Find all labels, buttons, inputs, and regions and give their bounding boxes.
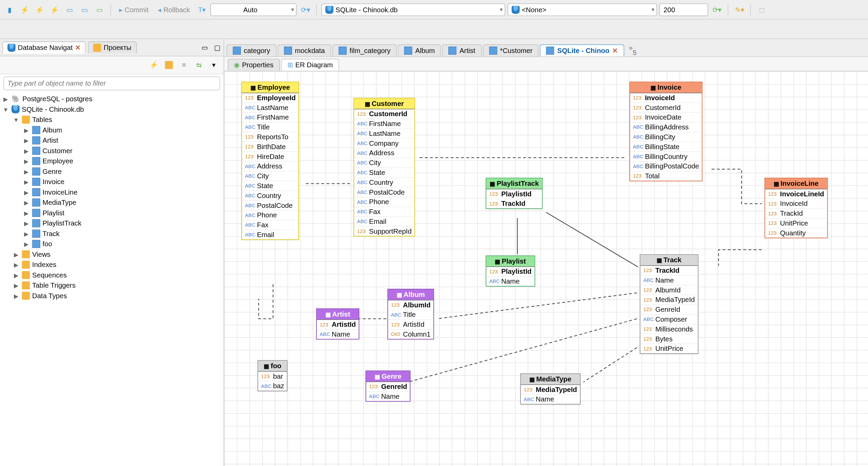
entity-column[interactable]: ABCComposer [640,315,698,325]
er-canvas[interactable]: ▦ Employee123EmployeeIdABCLastNameABCFir… [224,71,868,466]
disclosure-icon[interactable]: ▶ [23,137,30,144]
sql-editor-icon[interactable]: ▮ [3,3,16,16]
entity-column[interactable]: ABCEmail [242,230,299,239]
entity-column[interactable]: 123Bytes [640,334,698,344]
entity-column[interactable]: 123MediaTypeId [640,295,698,305]
entity-header[interactable]: ▦ Invoice [630,82,702,93]
entity-column[interactable]: ABCTitle [388,310,433,320]
entity-column[interactable]: 123InvoiceId [630,93,702,103]
filter-input[interactable] [3,76,220,90]
stop-icon[interactable]: ◻ [756,3,768,16]
tx-mode-combo[interactable]: Auto [211,3,297,16]
disclosure-icon[interactable]: ▶ [23,230,30,237]
entity-column[interactable]: ABCBillingCity [630,132,702,142]
disclosure-icon[interactable]: ▶ [23,220,30,227]
entity-column[interactable]: ABCLastName [242,103,299,113]
entity-column[interactable]: 123TrackId [765,209,827,219]
entity-column[interactable]: 123TrackId [640,266,698,276]
disclosure-icon[interactable]: ▶ [23,199,30,206]
entity-header[interactable]: ▦ Employee [242,82,299,93]
entity-column[interactable]: ABCBillingCountry [630,152,702,162]
entity-column[interactable]: ABCCountry [354,178,415,187]
tree-node-sequences[interactable]: ▶Sequences [13,270,221,280]
sql-recent-icon[interactable]: ▭ [78,3,91,16]
entity-column[interactable]: ABCPostalCode [242,201,299,211]
tree-node-table[interactable]: ▶InvoiceLine [23,187,221,197]
entity-column[interactable]: ABCFax [354,207,415,217]
disclosure-icon[interactable]: ▶ [23,127,30,133]
tree-node-sqlite[interactable]: ▼ SQLite - Chinook.db [2,104,221,114]
disclosure-icon[interactable]: ▶ [23,189,30,195]
entity-customer[interactable]: ▦ Customer123CustomerIdABCFirstNameABCLa… [354,98,415,236]
entity-playlist[interactable]: ▦ Playlist123PlaylistIdABCName [486,255,535,286]
entity-column[interactable]: ABCState [242,181,299,191]
commit-button[interactable]: ▸Commit [116,4,152,15]
entity-foo[interactable]: ▦ foo123barABCbaz [258,360,288,391]
entity-column[interactable]: 123UnitPrice [765,219,827,229]
plug-icon[interactable]: ⚡ [148,59,160,71]
disclosure-icon[interactable]: ▶ [23,158,30,164]
rollback-button[interactable]: ◂Rollback [154,4,193,15]
tree-node-datatypes[interactable]: ▶Data Types [13,290,221,301]
disclosure-icon[interactable]: ▶ [23,148,30,154]
new-folder-icon[interactable] [163,59,175,71]
entity-column[interactable]: ABCBillingAddress [630,123,702,132]
tree-node-table[interactable]: ▶Track [23,229,221,239]
entity-column[interactable]: ABCCity [354,158,415,168]
entity-column[interactable]: OIOColumn1 [388,330,433,339]
maximize-icon[interactable]: ▢ [211,41,224,54]
entity-column[interactable]: ABCFirstName [242,113,299,123]
entity-genre[interactable]: ▦ Genre123GenreIdABCName [365,371,411,401]
tree-node-table[interactable]: ▶Artist [23,135,221,145]
entity-employee[interactable]: ▦ Employee123EmployeeIdABCLastNameABCFir… [241,82,299,240]
close-icon[interactable]: ✕ [612,47,618,55]
highlighter-icon[interactable]: ✎▾ [733,3,746,16]
entity-column[interactable]: 123Total [630,172,702,181]
tree-node-table[interactable]: ▶Album [23,125,221,135]
disclosure-icon[interactable]: ▼ [2,106,9,113]
disclosure-icon[interactable]: ▶ [23,168,30,175]
entity-column[interactable]: 123EmployeeId [242,93,299,103]
entity-column[interactable]: 123SupportRepId [354,227,415,236]
entity-invoice[interactable]: ▦ Invoice123InvoiceId123CustomerId123Inv… [629,82,702,181]
entity-column[interactable]: ABCEmail [354,217,415,227]
entity-column[interactable]: 123ArtistId [317,320,359,330]
tree-node-indexes[interactable]: ▶Indexes [13,259,221,270]
subtab-er-diagram[interactable]: ⊞ER Diagram [281,59,339,71]
entity-column[interactable]: 123PlaylistId [486,267,534,277]
entity-header[interactable]: ▦ Customer [354,98,415,109]
entity-column[interactable]: ABCName [317,330,359,339]
entity-header[interactable]: ▦ PlaylistTrack [486,178,542,189]
editor-tab[interactable]: Album [398,44,441,56]
entity-column[interactable]: ABCPostalCode [354,187,415,197]
tree-node-table[interactable]: ▶MediaType [23,197,221,208]
entity-column[interactable]: ABCName [640,275,698,285]
entity-column[interactable]: ABCAddress [242,162,299,172]
entity-column[interactable]: ABCName [521,395,580,404]
tree-node-table[interactable]: ▶Invoice [23,177,221,187]
history-icon[interactable]: ⟳▾ [299,3,312,16]
tree-node-tables[interactable]: ▼ Tables [13,114,221,125]
tree-node-table[interactable]: ▶Employee [23,156,221,166]
sql-new-icon[interactable]: ▭ [63,3,76,16]
entity-invoiceline[interactable]: ▦ InvoiceLine123InvoiceLineId123InvoiceI… [765,178,828,238]
entity-column[interactable]: 123GenreId [366,382,410,392]
entity-column[interactable]: 123AlbumId [388,300,433,310]
tree-node-postgres[interactable]: ▶ 🐘 PostgreSQL - postgres [2,94,221,104]
entity-column[interactable]: 123HireDate [242,152,299,162]
entity-column[interactable]: 123GenreId [640,305,698,315]
entity-column[interactable]: ABCLastName [354,129,415,139]
link-icon[interactable]: ⇆ [193,59,205,71]
collapse-icon[interactable]: ≡ [177,59,190,71]
tree-node-table[interactable]: ▶Playlist [23,208,221,218]
entity-column[interactable]: ABCCompany [354,139,415,148]
row-limit-input[interactable] [660,3,709,16]
tree-node-table[interactable]: ▶Customer [23,146,221,156]
disclosure-icon[interactable]: ▶ [23,210,30,216]
tab-database-navigator[interactable]: Database Navigat ✕ [2,41,86,54]
entity-header[interactable]: ▦ Playlist [486,256,534,267]
entity-column[interactable]: 123UnitPrice [640,344,698,353]
entity-column[interactable]: ABCbaz [258,381,287,391]
plug-reconnect-icon[interactable]: ⚡ [33,3,46,16]
entity-track[interactable]: ▦ Track123TrackIdABCName123AlbumId123Med… [640,254,698,354]
